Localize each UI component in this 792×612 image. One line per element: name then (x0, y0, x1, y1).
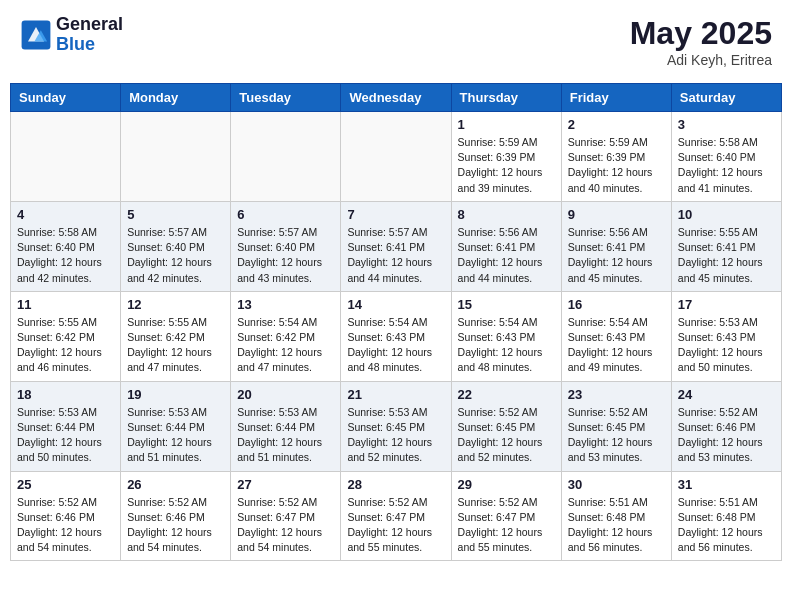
day-info: Sunrise: 5:52 AM Sunset: 6:45 PM Dayligh… (568, 405, 665, 466)
calendar-cell: 10Sunrise: 5:55 AM Sunset: 6:41 PM Dayli… (671, 201, 781, 291)
day-number: 18 (17, 387, 114, 402)
calendar-week-4: 18Sunrise: 5:53 AM Sunset: 6:44 PM Dayli… (11, 381, 782, 471)
title-block: May 2025 Adi Keyh, Eritrea (630, 15, 772, 68)
logo-text: General Blue (56, 15, 123, 55)
day-info: Sunrise: 5:51 AM Sunset: 6:48 PM Dayligh… (678, 495, 775, 556)
calendar-header: SundayMondayTuesdayWednesdayThursdayFrid… (11, 84, 782, 112)
logo: General Blue (20, 15, 123, 55)
calendar-cell: 1Sunrise: 5:59 AM Sunset: 6:39 PM Daylig… (451, 112, 561, 202)
calendar-cell: 13Sunrise: 5:54 AM Sunset: 6:42 PM Dayli… (231, 291, 341, 381)
calendar-cell: 21Sunrise: 5:53 AM Sunset: 6:45 PM Dayli… (341, 381, 451, 471)
day-info: Sunrise: 5:56 AM Sunset: 6:41 PM Dayligh… (458, 225, 555, 286)
calendar-cell: 9Sunrise: 5:56 AM Sunset: 6:41 PM Daylig… (561, 201, 671, 291)
calendar-cell: 18Sunrise: 5:53 AM Sunset: 6:44 PM Dayli… (11, 381, 121, 471)
calendar-week-2: 4Sunrise: 5:58 AM Sunset: 6:40 PM Daylig… (11, 201, 782, 291)
day-number: 2 (568, 117, 665, 132)
day-number: 9 (568, 207, 665, 222)
weekday-header-sunday: Sunday (11, 84, 121, 112)
calendar-cell: 5Sunrise: 5:57 AM Sunset: 6:40 PM Daylig… (121, 201, 231, 291)
day-number: 22 (458, 387, 555, 402)
location: Adi Keyh, Eritrea (630, 52, 772, 68)
weekday-header-monday: Monday (121, 84, 231, 112)
day-number: 20 (237, 387, 334, 402)
day-info: Sunrise: 5:55 AM Sunset: 6:41 PM Dayligh… (678, 225, 775, 286)
weekday-header-wednesday: Wednesday (341, 84, 451, 112)
logo-line2: Blue (56, 35, 123, 55)
calendar-cell: 27Sunrise: 5:52 AM Sunset: 6:47 PM Dayli… (231, 471, 341, 561)
day-info: Sunrise: 5:54 AM Sunset: 6:42 PM Dayligh… (237, 315, 334, 376)
day-number: 25 (17, 477, 114, 492)
day-number: 30 (568, 477, 665, 492)
day-info: Sunrise: 5:54 AM Sunset: 6:43 PM Dayligh… (568, 315, 665, 376)
calendar-cell: 23Sunrise: 5:52 AM Sunset: 6:45 PM Dayli… (561, 381, 671, 471)
day-number: 14 (347, 297, 444, 312)
logo-icon (20, 19, 52, 51)
day-info: Sunrise: 5:52 AM Sunset: 6:46 PM Dayligh… (17, 495, 114, 556)
calendar-week-3: 11Sunrise: 5:55 AM Sunset: 6:42 PM Dayli… (11, 291, 782, 381)
calendar-cell: 6Sunrise: 5:57 AM Sunset: 6:40 PM Daylig… (231, 201, 341, 291)
day-number: 31 (678, 477, 775, 492)
day-info: Sunrise: 5:52 AM Sunset: 6:47 PM Dayligh… (347, 495, 444, 556)
day-info: Sunrise: 5:59 AM Sunset: 6:39 PM Dayligh… (568, 135, 665, 196)
logo-line1: General (56, 15, 123, 35)
calendar-cell: 4Sunrise: 5:58 AM Sunset: 6:40 PM Daylig… (11, 201, 121, 291)
calendar-cell: 2Sunrise: 5:59 AM Sunset: 6:39 PM Daylig… (561, 112, 671, 202)
day-info: Sunrise: 5:53 AM Sunset: 6:45 PM Dayligh… (347, 405, 444, 466)
calendar-cell (121, 112, 231, 202)
calendar-cell: 20Sunrise: 5:53 AM Sunset: 6:44 PM Dayli… (231, 381, 341, 471)
calendar-cell: 31Sunrise: 5:51 AM Sunset: 6:48 PM Dayli… (671, 471, 781, 561)
day-number: 26 (127, 477, 224, 492)
page-header: General Blue May 2025 Adi Keyh, Eritrea (10, 10, 782, 73)
day-number: 17 (678, 297, 775, 312)
day-number: 5 (127, 207, 224, 222)
calendar-cell: 7Sunrise: 5:57 AM Sunset: 6:41 PM Daylig… (341, 201, 451, 291)
calendar-cell: 24Sunrise: 5:52 AM Sunset: 6:46 PM Dayli… (671, 381, 781, 471)
weekday-header-saturday: Saturday (671, 84, 781, 112)
day-number: 21 (347, 387, 444, 402)
calendar-cell: 11Sunrise: 5:55 AM Sunset: 6:42 PM Dayli… (11, 291, 121, 381)
day-number: 4 (17, 207, 114, 222)
day-info: Sunrise: 5:56 AM Sunset: 6:41 PM Dayligh… (568, 225, 665, 286)
calendar-week-5: 25Sunrise: 5:52 AM Sunset: 6:46 PM Dayli… (11, 471, 782, 561)
day-number: 19 (127, 387, 224, 402)
calendar-cell: 19Sunrise: 5:53 AM Sunset: 6:44 PM Dayli… (121, 381, 231, 471)
calendar-cell (11, 112, 121, 202)
calendar-table: SundayMondayTuesdayWednesdayThursdayFrid… (10, 83, 782, 561)
day-info: Sunrise: 5:53 AM Sunset: 6:44 PM Dayligh… (17, 405, 114, 466)
day-number: 16 (568, 297, 665, 312)
day-number: 10 (678, 207, 775, 222)
day-info: Sunrise: 5:57 AM Sunset: 6:41 PM Dayligh… (347, 225, 444, 286)
day-number: 8 (458, 207, 555, 222)
day-info: Sunrise: 5:55 AM Sunset: 6:42 PM Dayligh… (17, 315, 114, 376)
day-info: Sunrise: 5:59 AM Sunset: 6:39 PM Dayligh… (458, 135, 555, 196)
weekday-header-friday: Friday (561, 84, 671, 112)
day-number: 7 (347, 207, 444, 222)
day-info: Sunrise: 5:53 AM Sunset: 6:43 PM Dayligh… (678, 315, 775, 376)
day-info: Sunrise: 5:58 AM Sunset: 6:40 PM Dayligh… (17, 225, 114, 286)
day-info: Sunrise: 5:52 AM Sunset: 6:47 PM Dayligh… (458, 495, 555, 556)
day-info: Sunrise: 5:58 AM Sunset: 6:40 PM Dayligh… (678, 135, 775, 196)
calendar-cell: 12Sunrise: 5:55 AM Sunset: 6:42 PM Dayli… (121, 291, 231, 381)
day-info: Sunrise: 5:53 AM Sunset: 6:44 PM Dayligh… (237, 405, 334, 466)
calendar-week-1: 1Sunrise: 5:59 AM Sunset: 6:39 PM Daylig… (11, 112, 782, 202)
day-number: 27 (237, 477, 334, 492)
calendar-cell: 30Sunrise: 5:51 AM Sunset: 6:48 PM Dayli… (561, 471, 671, 561)
day-info: Sunrise: 5:52 AM Sunset: 6:47 PM Dayligh… (237, 495, 334, 556)
day-info: Sunrise: 5:55 AM Sunset: 6:42 PM Dayligh… (127, 315, 224, 376)
day-info: Sunrise: 5:51 AM Sunset: 6:48 PM Dayligh… (568, 495, 665, 556)
calendar-cell (231, 112, 341, 202)
day-number: 6 (237, 207, 334, 222)
calendar-cell: 25Sunrise: 5:52 AM Sunset: 6:46 PM Dayli… (11, 471, 121, 561)
day-number: 3 (678, 117, 775, 132)
calendar-cell: 29Sunrise: 5:52 AM Sunset: 6:47 PM Dayli… (451, 471, 561, 561)
day-info: Sunrise: 5:52 AM Sunset: 6:45 PM Dayligh… (458, 405, 555, 466)
calendar-cell (341, 112, 451, 202)
calendar-cell: 17Sunrise: 5:53 AM Sunset: 6:43 PM Dayli… (671, 291, 781, 381)
calendar-cell: 22Sunrise: 5:52 AM Sunset: 6:45 PM Dayli… (451, 381, 561, 471)
day-number: 28 (347, 477, 444, 492)
day-info: Sunrise: 5:57 AM Sunset: 6:40 PM Dayligh… (237, 225, 334, 286)
calendar-cell: 14Sunrise: 5:54 AM Sunset: 6:43 PM Dayli… (341, 291, 451, 381)
calendar-cell: 26Sunrise: 5:52 AM Sunset: 6:46 PM Dayli… (121, 471, 231, 561)
calendar-cell: 8Sunrise: 5:56 AM Sunset: 6:41 PM Daylig… (451, 201, 561, 291)
weekday-row: SundayMondayTuesdayWednesdayThursdayFrid… (11, 84, 782, 112)
